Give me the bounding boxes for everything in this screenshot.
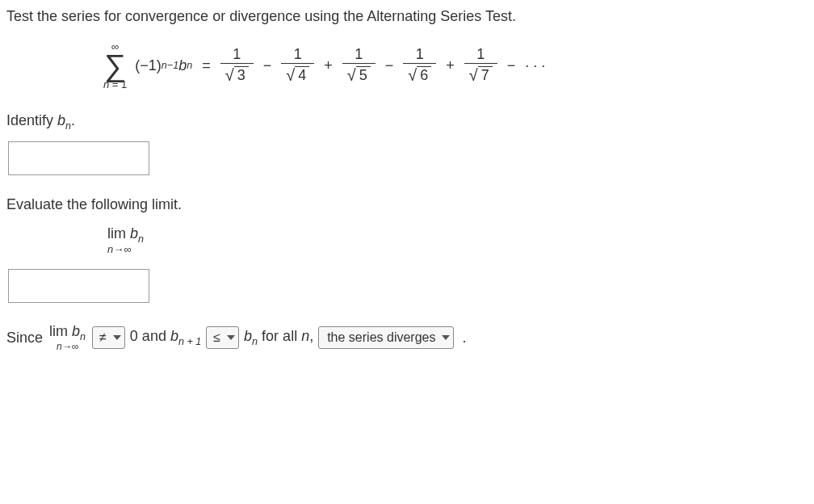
mid-text-1: 0 and bn + 1 bbox=[130, 328, 201, 347]
chevron-down-icon bbox=[227, 335, 235, 340]
relation-2-value: ≤ bbox=[213, 330, 220, 345]
mid-text-2: bn for all n, bbox=[244, 328, 313, 347]
bn-input[interactable] bbox=[8, 141, 149, 175]
chevron-down-icon bbox=[113, 335, 121, 340]
relation-2-select[interactable]: ≤ bbox=[206, 326, 239, 349]
term-3: 1 √5 bbox=[342, 47, 376, 85]
summand: (−1)n−1bn bbox=[135, 57, 192, 74]
conclusion-value: the series diverges bbox=[327, 330, 435, 345]
relation-1-select[interactable]: ≠ bbox=[92, 326, 125, 349]
limit-expression: lim bn n→∞ bbox=[107, 226, 808, 254]
evaluate-prompt: Evaluate the following limit. bbox=[6, 196, 808, 213]
limit-input[interactable] bbox=[8, 269, 149, 303]
series-equation: ∞ ∑ n = 1 (−1)n−1bn = 1 √3 − 1 √4 + 1 √5… bbox=[103, 41, 808, 90]
sigma-notation: ∞ ∑ n = 1 bbox=[103, 41, 127, 90]
since-label: Since bbox=[6, 330, 43, 346]
sigma-symbol: ∑ bbox=[104, 52, 126, 79]
dots: · · · bbox=[525, 57, 545, 74]
conclusion-line: Since lim bn n→∞ ≠ 0 and bn + 1 ≤ bn for… bbox=[6, 324, 808, 351]
question-text: Test the series for convergence or diver… bbox=[6, 8, 808, 25]
term-4: 1 √6 bbox=[403, 47, 436, 85]
conclusion-select[interactable]: the series diverges bbox=[318, 326, 454, 349]
relation-1-value: ≠ bbox=[99, 330, 107, 345]
since-lim: lim bn n→∞ bbox=[49, 324, 86, 351]
sigma-lower: n = 1 bbox=[103, 79, 127, 90]
final-period: . bbox=[462, 330, 466, 346]
equals-sign: = bbox=[202, 57, 211, 74]
chevron-down-icon bbox=[442, 335, 450, 340]
term-1: 1 √3 bbox=[220, 47, 254, 85]
term-2: 1 √4 bbox=[281, 47, 314, 85]
term-5: 1 √7 bbox=[464, 47, 497, 85]
identify-prompt: Identify bn. bbox=[6, 112, 808, 132]
